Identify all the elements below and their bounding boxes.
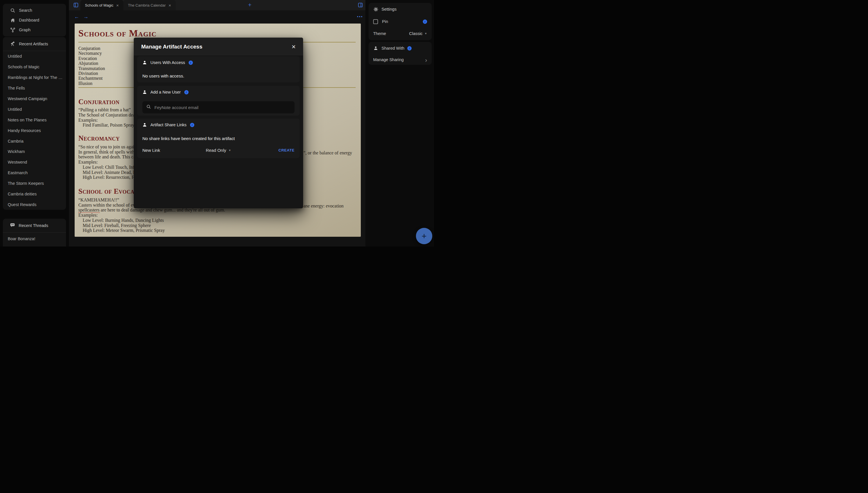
artifact-share-links-card: Artifact Share Links i No share links ha… [137, 119, 300, 158]
permission-select[interactable]: Read Only ▼ [193, 148, 244, 153]
recent-artifacts-label: Recent Artifacts [19, 42, 48, 46]
artifact-list-item[interactable]: Eastmarch [3, 168, 66, 178]
close-icon[interactable]: × [292, 43, 296, 50]
doc-line: Low Level: Burning Hands, Dancing Lights [78, 218, 356, 223]
back-arrow-button[interactable]: ← [74, 14, 79, 20]
add-new-user-card: Add a New User i [137, 86, 300, 116]
artifact-list-item[interactable]: Quest Rewards [3, 199, 66, 210]
theme-label: Theme [373, 31, 386, 36]
shared-with-info-icon[interactable]: i [407, 46, 411, 50]
artifact-list-item[interactable]: Wickham [3, 146, 66, 157]
theme-value: Classic [409, 31, 423, 36]
add-new-user-info-icon[interactable]: i [184, 90, 189, 94]
user-email-input[interactable] [154, 105, 291, 110]
tab-strip: Schools of Magic×The Cambria Calendar× [80, 0, 176, 10]
artifact-list-item[interactable]: The Fells [3, 83, 66, 93]
artifact-share-links-info-icon[interactable]: i [190, 123, 194, 127]
person-icon [142, 123, 147, 127]
plus-icon: + [422, 231, 427, 241]
misspelled-word: spellcasters [78, 208, 100, 213]
sidebar-item-label: Graph [19, 27, 30, 32]
shared-with-card: Shared With i Manage Sharing › [368, 42, 432, 65]
artifact-list-item[interactable]: Untitled [3, 51, 66, 62]
modal-header: Manage Artifact Access × [134, 38, 303, 56]
pin-row: Pin i [368, 16, 432, 27]
tab-label: The Cambria Calendar [128, 3, 166, 7]
sidebar: SearchDashboardGraph Recent [0, 0, 69, 246]
doc-line: Mid Level: Fireball, Freezing Sphere [78, 223, 356, 228]
artifact-list-item[interactable]: Westwend [3, 157, 66, 168]
recent-artifacts-card: Recent Artifacts UntitledSchools of Magi… [3, 37, 66, 210]
settings-label: Settings [381, 7, 396, 12]
right-panel-toggle-icon[interactable] [358, 3, 363, 7]
theme-select[interactable]: Classic ▼ [409, 31, 427, 36]
artifact-share-links-label: Artifact Share Links [150, 123, 187, 127]
artifact-list-item[interactable]: Westwend Campaign [3, 93, 66, 104]
doc-line-fragment: ”, or the balance of energy [303, 150, 352, 155]
users-with-access-card: Users With Access i No users with access… [137, 56, 300, 82]
tab-schools-of-magic[interactable]: Schools of Magic× [80, 0, 123, 10]
manage-sharing-row[interactable]: Manage Sharing › [368, 55, 432, 65]
pin-info-icon[interactable]: i [423, 20, 427, 24]
modal-title: Manage Artifact Access [141, 44, 203, 50]
new-link-row: New Link Read Only ▼ CREATE [142, 148, 295, 153]
tab-close-icon[interactable]: × [116, 3, 119, 7]
artifact-list-item[interactable]: Notes on The Planes [3, 114, 66, 125]
artifact-list-item[interactable]: Cambria deities [3, 189, 66, 199]
users-with-access-label: Users With Access [150, 60, 185, 65]
sidebar-nav-card: SearchDashboardGraph [3, 4, 66, 37]
user-email-inputbox[interactable] [142, 101, 295, 113]
create-link-button[interactable]: CREATE [244, 148, 295, 152]
person-icon [373, 46, 378, 50]
chevron-right-icon: › [425, 57, 427, 63]
add-artifact-fab[interactable]: + [416, 228, 432, 244]
document-title: Schools of Magic [78, 27, 356, 39]
tab-close-icon[interactable]: × [169, 3, 171, 7]
recent-threads-label: Recent Threads [19, 223, 48, 228]
sidebar-item-search[interactable]: Search [3, 5, 66, 15]
settings-card: Settings Pin i Theme Classic ▼ [368, 3, 432, 40]
permission-value: Read Only [206, 148, 226, 153]
recent-threads-card: Recent Threads Boar Bonanza! [3, 219, 66, 246]
sidebar-toggle-icon[interactable] [73, 3, 78, 7]
shared-with-header: Shared With i [368, 42, 432, 55]
new-tab-button[interactable]: + [248, 1, 251, 8]
search-icon [146, 104, 151, 110]
sidebar-item-label: Search [19, 8, 32, 13]
app-window: SearchDashboardGraph Recent [0, 0, 434, 246]
sidebar-item-dashboard[interactable]: Dashboard [3, 15, 66, 25]
artifact-list-item[interactable]: Handy Resources [3, 125, 66, 136]
chat-bubble-icon [10, 223, 15, 229]
sidebar-item-label: Dashboard [19, 18, 39, 22]
settings-header: Settings [368, 3, 432, 16]
doc-line-fragment: ane energy: evocation [303, 203, 344, 209]
home-icon [10, 18, 15, 23]
no-share-links-text: No share links have been created for thi… [142, 136, 295, 141]
forward-arrow-button[interactable]: → [83, 14, 88, 20]
artifact-list-item[interactable]: Ramblings at Night for The … [3, 72, 66, 83]
tab-the-cambria-calendar[interactable]: The Cambria Calendar× [123, 0, 176, 10]
doc-line: High Level: Meteor Swarm, Prismatic Spra… [78, 228, 356, 233]
artifact-list-item[interactable]: Cambria [3, 136, 66, 146]
theme-row: Theme Classic ▼ [368, 27, 432, 40]
no-users-text: No users with access. [142, 73, 295, 78]
chevron-down-icon: ▼ [425, 32, 427, 35]
gear-icon [373, 7, 378, 12]
manage-artifact-access-modal: Manage Artifact Access × Users With Acce… [134, 38, 303, 208]
tab-bar: Schools of Magic×The Cambria Calendar× + [69, 0, 365, 10]
recent-artifacts-header: Recent Artifacts [3, 37, 66, 51]
manage-sharing-label: Manage Sharing [373, 57, 404, 62]
recent-threads-header: Recent Threads [3, 219, 66, 233]
thread-list-item[interactable]: Boar Bonanza! [3, 233, 66, 245]
search-icon [10, 8, 15, 13]
sidebar-item-graph[interactable]: Graph [3, 25, 66, 35]
users-with-access-info-icon[interactable]: i [189, 61, 193, 65]
artifact-list-item[interactable]: The Storm Keepers [3, 178, 66, 189]
more-options-icon[interactable] [357, 16, 362, 17]
artifact-list-item[interactable]: Schools of Magic [3, 62, 66, 72]
artifact-list-item[interactable]: Untitled [3, 104, 66, 114]
person-icon [142, 90, 147, 94]
person-icon [142, 60, 147, 65]
chevron-down-icon: ▼ [229, 149, 231, 152]
pin-checkbox[interactable] [373, 19, 378, 24]
